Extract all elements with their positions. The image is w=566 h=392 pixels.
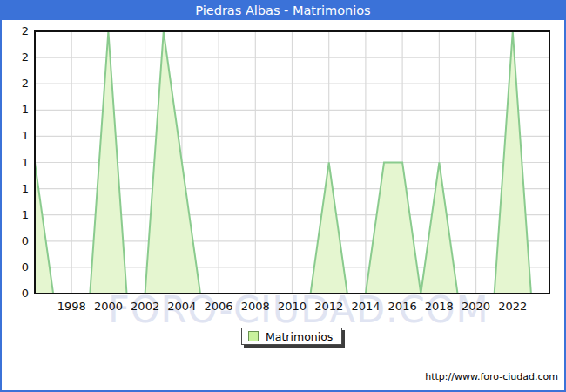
x-axis-tick-label: 2016 <box>382 300 422 314</box>
y-axis-tick-label: 2 <box>3 77 29 91</box>
x-axis-tick-label: 2008 <box>235 300 275 314</box>
y-axis-tick-label: 1 <box>3 103 29 117</box>
y-axis-tick-label: 1 <box>3 156 29 170</box>
x-axis-tick-label: 2022 <box>493 300 533 314</box>
legend-label: Matrimonios <box>266 330 333 343</box>
legend-swatch-icon <box>248 331 259 341</box>
x-axis-tick-label: 2004 <box>162 300 202 314</box>
y-axis-tick-label: 0 <box>3 287 29 301</box>
x-axis-tick-label: 2014 <box>346 300 386 314</box>
y-axis-tick-label: 1 <box>3 129 29 143</box>
x-axis-tick-label: 2002 <box>125 300 165 314</box>
x-axis-tick-label: 2012 <box>309 300 349 314</box>
y-axis-tick-label: 2 <box>3 51 29 64</box>
y-axis-tick-label: 0 <box>3 234 29 248</box>
footer-url: http://www.foro-ciudad.com <box>425 371 558 382</box>
x-axis-tick-label: 2000 <box>88 300 128 314</box>
x-axis-tick-label: 2018 <box>419 300 459 314</box>
x-axis-tick-label: 2010 <box>273 300 313 314</box>
y-axis-tick-label: 0 <box>3 260 29 274</box>
y-axis-tick-label: 2 <box>3 24 29 38</box>
x-axis-tick-label: 2020 <box>456 300 496 314</box>
chart-window: Piedras Albas - Matrimonios FORO-CIUDAD.… <box>0 0 566 392</box>
y-axis-tick-label: 1 <box>3 182 29 196</box>
y-axis-tick-label: 1 <box>3 208 29 222</box>
x-axis-tick-label: 2006 <box>199 300 239 314</box>
x-axis-tick-label: 1998 <box>51 300 91 314</box>
legend-box: Matrimonios <box>241 328 342 345</box>
